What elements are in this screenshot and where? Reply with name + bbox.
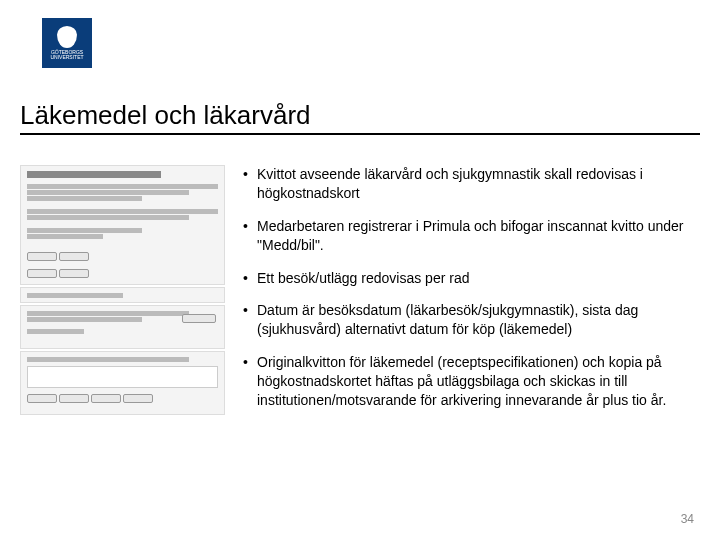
logo-crest bbox=[57, 26, 77, 48]
logo-text-2: UNIVERSITET bbox=[50, 55, 83, 61]
bullet-item: Kvittot avseende läkarvård och sjukgymna… bbox=[243, 165, 700, 203]
bullet-item: Datum är besöksdatum (läkarbesök/sjukgym… bbox=[243, 301, 700, 339]
page-number: 34 bbox=[681, 512, 694, 526]
bullet-item: Originalkvitton för läkemedel (receptspe… bbox=[243, 353, 700, 410]
bullet-list: Kvittot avseende läkarvård och sjukgymna… bbox=[243, 165, 700, 424]
slide-title: Läkemedel och läkarvård bbox=[20, 100, 700, 135]
slide-content: Kvittot avseende läkarvård och sjukgymna… bbox=[20, 165, 700, 424]
screenshot-thumbnail bbox=[20, 165, 225, 424]
university-logo: GÖTEBORGS UNIVERSITET bbox=[42, 18, 92, 68]
bullet-item: Medarbetaren registrerar i Primula och b… bbox=[243, 217, 700, 255]
bullet-item: Ett besök/utlägg redovisas per rad bbox=[243, 269, 700, 288]
